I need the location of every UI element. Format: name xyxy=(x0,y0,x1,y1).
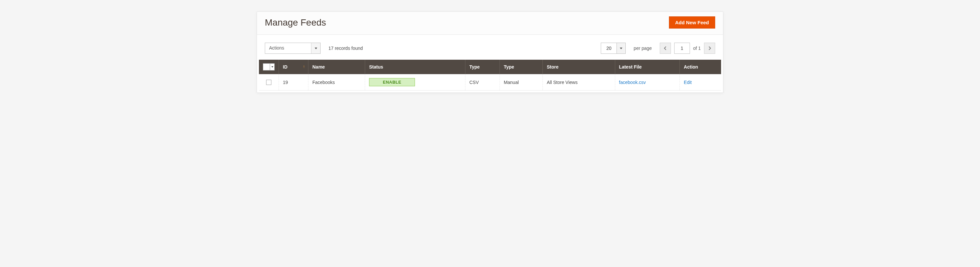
page-title: Manage Feeds xyxy=(265,18,326,28)
cell-status: ENABLE xyxy=(365,74,465,91)
col-latest-file[interactable]: Latest File xyxy=(615,60,680,74)
page-size-toggle[interactable] xyxy=(617,43,626,54)
checkbox-icon xyxy=(264,64,269,70)
row-checkbox-cell xyxy=(259,74,279,91)
feeds-table: ID ↑ Name Status Type Type Store Latest … xyxy=(259,60,721,91)
col-type1[interactable]: Type xyxy=(465,60,500,74)
caret-down-icon xyxy=(271,66,274,67)
cell-latest-file: facebook.csv xyxy=(615,74,680,91)
feeds-panel: Manage Feeds Add New Feed ▾ Filters ◉ De… xyxy=(257,11,723,93)
cell-store: All Store Views xyxy=(543,74,615,91)
col-id-label: ID xyxy=(283,64,288,70)
actions-select-toggle[interactable] xyxy=(311,43,320,53)
col-id[interactable]: ID ↑ xyxy=(279,60,309,74)
page-size-select[interactable] xyxy=(601,43,626,54)
chevron-left-icon xyxy=(664,46,667,50)
cell-id: 19 xyxy=(279,74,309,91)
pager: of 1 xyxy=(660,43,715,54)
sort-asc-icon: ↑ xyxy=(303,64,305,69)
chevron-right-icon xyxy=(708,46,711,50)
actions-select-label: Actions xyxy=(265,43,311,53)
of-pages-label: of 1 xyxy=(693,46,701,51)
caret-down-icon xyxy=(620,48,622,49)
cell-type2: Manual xyxy=(500,74,542,91)
col-name[interactable]: Name xyxy=(309,60,365,74)
col-checkbox xyxy=(259,60,279,74)
table-header-row: ID ↑ Name Status Type Type Store Latest … xyxy=(259,60,721,74)
page-size-input[interactable] xyxy=(601,43,617,54)
next-page-button[interactable] xyxy=(704,43,715,54)
page-number-input[interactable] xyxy=(674,43,690,54)
col-store[interactable]: Store xyxy=(543,60,615,74)
add-new-feed-button[interactable]: Add New Feed xyxy=(669,16,715,29)
col-action: Action xyxy=(680,60,721,74)
table-row[interactable]: 19 Facebooks ENABLE CSV Manual All Store… xyxy=(259,74,721,91)
caret-down-icon xyxy=(315,48,317,49)
latest-file-link[interactable]: facebook.csv xyxy=(619,80,646,85)
cell-action: Edit xyxy=(680,74,721,91)
cell-name: Facebooks xyxy=(309,74,365,91)
actions-select[interactable]: Actions xyxy=(265,43,321,54)
per-page-label: per page xyxy=(633,46,652,51)
prev-page-button[interactable] xyxy=(660,43,671,54)
col-type2[interactable]: Type xyxy=(500,60,542,74)
col-status[interactable]: Status xyxy=(365,60,465,74)
select-all-checkbox[interactable] xyxy=(263,63,275,70)
row-checkbox[interactable] xyxy=(266,80,271,85)
cell-type1: CSV xyxy=(465,74,500,91)
controls-row: Actions 17 records found per page of 1 xyxy=(257,37,723,60)
select-all-dropdown[interactable] xyxy=(270,64,274,70)
records-found: 17 records found xyxy=(328,46,363,51)
toolbar-upper: ▾ Filters ◉ Default View ✱ Columns ⭱ Exp… xyxy=(257,35,723,37)
status-badge: ENABLE xyxy=(369,78,415,86)
edit-link[interactable]: Edit xyxy=(684,80,692,85)
panel-header: Manage Feeds Add New Feed xyxy=(257,12,723,35)
